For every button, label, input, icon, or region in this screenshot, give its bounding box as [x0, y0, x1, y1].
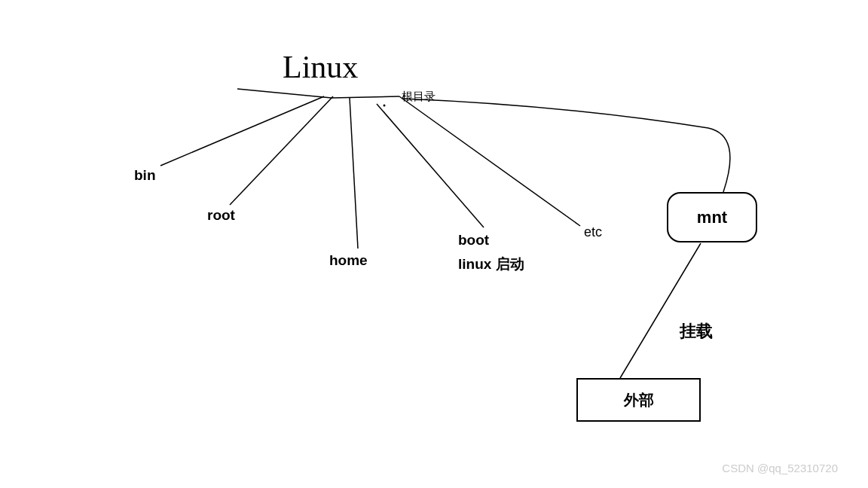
diagram-lines — [0, 0, 868, 488]
svg-line-4 — [377, 104, 484, 227]
dir-boot: boot — [458, 232, 489, 249]
svg-line-5 — [399, 96, 580, 226]
svg-line-2 — [230, 96, 333, 205]
mount-label: 挂载 — [680, 320, 713, 343]
external-label: 外部 — [624, 390, 654, 410]
dir-home: home — [329, 252, 368, 269]
svg-line-1 — [160, 96, 324, 166]
svg-point-0 — [384, 105, 386, 107]
root-dir-label: 根目录 — [402, 90, 436, 104]
mnt-label: mnt — [697, 208, 727, 227]
mnt-box: mnt — [667, 192, 757, 242]
dir-root: root — [207, 207, 235, 224]
external-box: 外部 — [576, 378, 701, 422]
dir-etc: etc — [584, 224, 602, 240]
dir-boot-sub: linux 启动 — [458, 255, 524, 274]
dir-bin: bin — [134, 167, 156, 184]
svg-line-6 — [620, 243, 701, 378]
watermark: CSDN @qq_52310720 — [722, 462, 838, 474]
title-linux: Linux — [283, 49, 358, 85]
svg-line-3 — [350, 98, 358, 249]
